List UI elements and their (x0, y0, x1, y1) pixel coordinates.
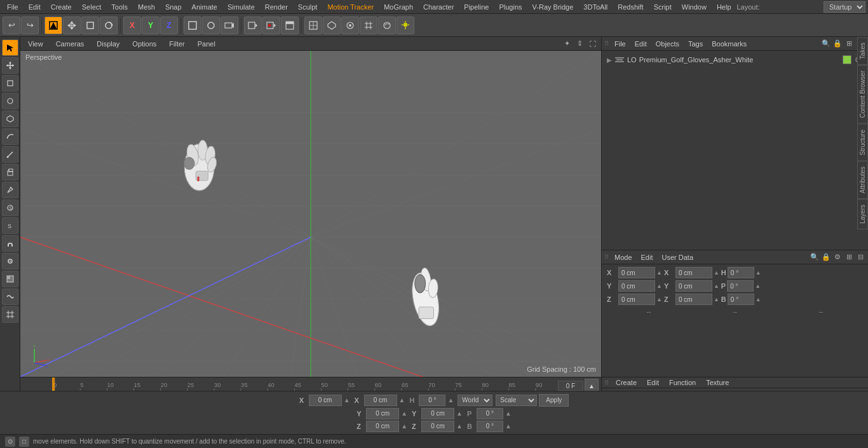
scale-select[interactable]: Scale Absolute (496, 395, 537, 406)
obj-sphere-button[interactable] (202, 17, 220, 34)
timeline-ruler[interactable]: 0 5 10 15 20 25 30 35 40 45 50 55 60 65 … (20, 377, 601, 391)
frame-display[interactable] (558, 381, 583, 391)
menu-plugins[interactable]: Plugins (494, 2, 526, 12)
rot-x-arrow[interactable]: ▲ (714, 269, 719, 276)
menu-character[interactable]: Character (419, 2, 458, 12)
coord-x-arrow[interactable]: ▲ (344, 397, 350, 404)
coord-p-input[interactable] (477, 408, 503, 419)
coord-y-arrow[interactable]: ▲ (401, 410, 407, 417)
rot-y-input[interactable] (675, 280, 712, 292)
polygon-button[interactable] (323, 17, 341, 34)
menu-script[interactable]: Script (649, 2, 676, 12)
vtab-content-browser[interactable]: Content Browser (857, 65, 868, 123)
coord-h-input[interactable] (419, 395, 445, 406)
coord-rx-arrow[interactable]: ▲ (399, 397, 405, 404)
status-icon-2[interactable]: □ (19, 437, 29, 447)
coord-x-rot[interactable] (364, 395, 397, 406)
obj-box-button[interactable] (184, 17, 201, 34)
objects-menu-file[interactable]: File (611, 39, 629, 49)
attr-settings-icon[interactable]: ⚙ (832, 252, 843, 262)
tool-sculpt[interactable] (2, 288, 18, 305)
attr-menu-mode[interactable]: Mode (611, 252, 635, 262)
render-button[interactable] (378, 17, 396, 34)
vp-icon-camera[interactable]: ⇕ (574, 39, 585, 49)
h-input[interactable] (728, 267, 754, 278)
clapperboard-button[interactable] (281, 17, 299, 34)
tool-extrude[interactable] (2, 164, 18, 180)
menu-3dtoall[interactable]: 3DToAll (579, 2, 612, 12)
h-arrow[interactable]: ▲ (756, 269, 761, 276)
menu-animate[interactable]: Animate (187, 2, 222, 12)
tool-knife[interactable] (2, 146, 18, 163)
pos-y-input[interactable] (618, 280, 655, 292)
vtab-structure[interactable]: Structure (857, 124, 868, 161)
tool-shading[interactable] (2, 271, 18, 287)
menu-select[interactable]: Select (78, 2, 106, 12)
tool-move[interactable] (2, 57, 18, 74)
coord-y-rot[interactable] (421, 408, 454, 419)
axis-x-button[interactable]: X (123, 17, 141, 34)
objects-search-icon[interactable]: 🔍 (821, 39, 831, 49)
pos-x-arrow[interactable]: ▲ (656, 269, 662, 276)
object-row-gloves[interactable]: ▶ LO Premium_Golf_Gloves_Asher_White (604, 53, 865, 66)
menu-render[interactable]: Render (261, 2, 292, 12)
record-button[interactable] (244, 17, 262, 34)
vp-menu-filter[interactable]: Filter (165, 39, 188, 49)
view3d-button[interactable] (304, 17, 322, 34)
tool-smooth[interactable]: S (2, 217, 18, 234)
status-icon-1[interactable]: ⊙ (5, 437, 15, 447)
menu-tools[interactable]: Tools (107, 2, 132, 12)
attr-search-icon[interactable]: 🔍 (810, 252, 820, 262)
vtab-takes[interactable]: Takes (857, 37, 868, 65)
coord-rz-arrow[interactable]: ▲ (456, 423, 463, 430)
undo-button[interactable]: ↩ (3, 17, 20, 34)
objects-menu-objects[interactable]: Objects (653, 39, 682, 49)
coord-z-arrow[interactable]: ▲ (401, 423, 407, 430)
axis-z-button[interactable]: Z (160, 17, 178, 34)
vtab-layers[interactable]: Layers (857, 199, 868, 229)
tool-magnet[interactable] (2, 235, 18, 252)
tool-rotate[interactable] (2, 93, 18, 109)
objects-menu-tags[interactable]: Tags (685, 39, 706, 49)
obj-color-swatch[interactable] (843, 55, 851, 64)
menu-create[interactable]: Create (46, 2, 76, 12)
menu-window[interactable]: Window (677, 2, 711, 12)
frame-spin-up[interactable]: ▲ (585, 379, 599, 391)
tool-spline[interactable] (2, 128, 18, 145)
coord-b-input[interactable] (477, 421, 503, 432)
coord-p-arrow[interactable]: ▲ (505, 410, 512, 417)
objects-menu-edit[interactable]: Edit (632, 39, 650, 49)
attr-expand-icon[interactable]: ⊞ (844, 252, 854, 262)
subd-button[interactable] (341, 17, 359, 34)
mat-menu-create[interactable]: Create (613, 377, 640, 388)
pos-y-arrow[interactable]: ▲ (656, 283, 662, 289)
vp-menu-view[interactable]: View (24, 39, 47, 49)
coord-z-rot[interactable] (421, 421, 454, 432)
pos-z-arrow[interactable]: ▲ (656, 296, 662, 302)
tool-paint[interactable]: S (2, 200, 18, 216)
objects-expand-icon[interactable]: ⊞ (844, 39, 854, 49)
vp-menu-options[interactable]: Options (128, 39, 160, 49)
menu-sculpt[interactable]: Sculpt (294, 2, 322, 12)
coord-y-pos[interactable] (366, 408, 399, 419)
objects-lock-icon[interactable]: 🔒 (832, 39, 843, 49)
mode-move-button[interactable] (63, 17, 81, 34)
menu-mograph[interactable]: MoGraph (379, 2, 417, 12)
menu-snap[interactable]: Snap (161, 2, 186, 12)
pos-x-input[interactable] (618, 267, 655, 278)
rot-z-input[interactable] (675, 294, 712, 305)
vp-menu-panel[interactable]: Panel (194, 39, 219, 49)
redo-button[interactable]: ↪ (21, 17, 39, 34)
light-button[interactable] (397, 17, 414, 34)
obj-camera-button[interactable] (220, 17, 238, 34)
mat-menu-function[interactable]: Function (666, 377, 699, 388)
p-arrow[interactable]: ▲ (755, 283, 761, 289)
attr-lock-icon[interactable]: 🔒 (821, 252, 831, 262)
coord-z-pos[interactable] (366, 421, 399, 432)
b-arrow[interactable]: ▲ (756, 296, 761, 302)
grid-button[interactable] (360, 17, 377, 34)
attr-menu-edit[interactable]: Edit (638, 252, 656, 262)
menu-motion-tracker[interactable]: Motion Tracker (323, 2, 378, 12)
vp-menu-display[interactable]: Display (93, 39, 123, 49)
attr-pin-icon[interactable]: ⊟ (855, 252, 865, 262)
